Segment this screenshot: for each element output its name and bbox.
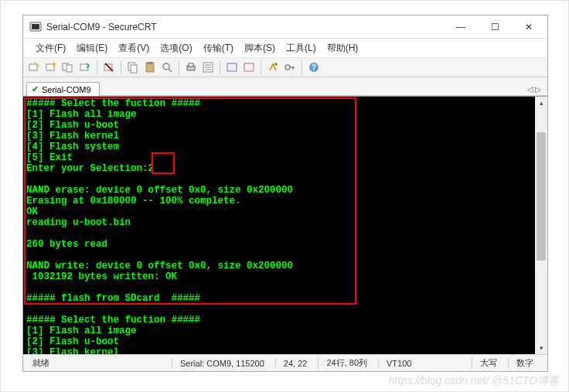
status-cursor: 24, 22 <box>275 359 315 368</box>
app-window: Serial-COM9 - SecureCRT — ☐ ✕ 文件(F) 编辑(E… <box>22 15 548 372</box>
toolbar-print-icon[interactable] <box>183 60 199 75</box>
menu-transfer[interactable]: 传输(T) <box>203 42 233 55</box>
toolbar-separator <box>121 60 121 74</box>
menu-help[interactable]: 帮助(H) <box>327 42 359 55</box>
close-button[interactable]: ✕ <box>512 16 546 38</box>
toolbar-disconnect-icon[interactable] <box>101 60 117 75</box>
svg-rect-2 <box>29 64 37 70</box>
scroll-thumb[interactable] <box>537 132 546 261</box>
menu-file[interactable]: 文件(F) <box>36 42 66 55</box>
svg-rect-6 <box>66 65 72 72</box>
menu-script[interactable]: 脚本(S) <box>244 42 275 55</box>
svg-text:?: ? <box>312 63 316 72</box>
connected-check-icon: ✔ <box>32 84 39 94</box>
toolbar-script-icon[interactable] <box>265 60 281 75</box>
toolbar-key-icon[interactable] <box>282 60 298 75</box>
toolbar-separator <box>179 60 179 74</box>
titlebar: Serial-COM9 - SecureCRT — ☐ ✕ <box>23 15 547 39</box>
status-num: 数字 <box>508 357 541 369</box>
toolbar: ? <box>23 57 547 77</box>
toolbar-options1-icon[interactable] <box>224 60 240 75</box>
svg-rect-23 <box>244 63 254 71</box>
svg-point-24 <box>274 63 278 66</box>
tab-scroll-right-icon[interactable]: ▷ <box>535 85 541 94</box>
window-title: Serial-COM9 - SecureCRT <box>46 22 444 32</box>
tab-session[interactable]: ✔ Serial-COM9 <box>26 82 100 96</box>
menubar: 文件(F) 编辑(E) 查看(V) 选项(O) 传输(T) 脚本(S) 工具(L… <box>23 39 547 57</box>
svg-rect-13 <box>148 62 152 64</box>
svg-rect-22 <box>227 63 237 71</box>
svg-rect-17 <box>189 63 193 66</box>
scroll-track[interactable] <box>535 109 547 342</box>
svg-rect-1 <box>32 24 39 29</box>
toolbar-help-icon[interactable]: ? <box>306 60 322 75</box>
menu-view[interactable]: 查看(V) <box>118 42 149 55</box>
toolbar-separator <box>97 60 97 74</box>
terminal-content: ##### Select the fuction ##### [1] Flash… <box>23 97 547 354</box>
status-ready: 就绪 <box>29 357 169 369</box>
toolbar-separator <box>302 60 302 74</box>
tab-nav: ◁ ▷ <box>527 85 544 95</box>
status-rowcol: 24行, 80列 <box>318 357 375 369</box>
status-caps: 大写 <box>472 357 505 369</box>
toolbar-reconnect-icon[interactable] <box>77 60 93 75</box>
toolbar-connect-icon[interactable] <box>43 60 59 75</box>
tab-label: Serial-COM9 <box>42 85 91 94</box>
status-bar: 就绪 Serial: COM9, 115200 24, 22 24行, 80列 … <box>23 354 547 371</box>
minimize-button[interactable]: — <box>444 16 478 38</box>
maximize-button[interactable]: ☐ <box>478 16 512 38</box>
svg-point-4 <box>53 63 56 66</box>
toolbar-options2-icon[interactable] <box>241 60 257 75</box>
terminal[interactable]: ##### Select the fuction ##### [1] Flash… <box>23 96 547 354</box>
status-emulation: VT100 <box>378 359 419 368</box>
scroll-up-icon[interactable]: ▴ <box>535 97 547 109</box>
scroll-down-icon[interactable]: ▾ <box>535 342 547 354</box>
toolbar-properties-icon[interactable] <box>200 60 216 75</box>
svg-rect-11 <box>131 65 137 73</box>
app-icon <box>29 21 42 33</box>
toolbar-session-icon[interactable] <box>60 60 76 75</box>
toolbar-separator <box>220 60 220 74</box>
status-serial: Serial: COM9, 115200 <box>172 359 272 368</box>
watermark-text: https://blog.csdn.net/ @51CTO博客 <box>389 374 559 388</box>
menu-tools[interactable]: 工具(L) <box>286 42 316 55</box>
menu-edit[interactable]: 编辑(E) <box>77 42 107 55</box>
toolbar-paste-icon[interactable] <box>142 60 158 75</box>
tab-bar: ✔ Serial-COM9 ◁ ▷ <box>23 77 547 96</box>
menu-options[interactable]: 选项(O) <box>160 42 192 55</box>
window-controls: — ☐ ✕ <box>444 16 546 38</box>
svg-line-15 <box>169 69 172 72</box>
svg-point-25 <box>285 65 290 70</box>
svg-point-14 <box>163 63 169 70</box>
tab-scroll-left-icon[interactable]: ◁ <box>527 85 533 94</box>
toolbar-find-icon[interactable] <box>159 60 175 75</box>
toolbar-separator <box>261 60 261 74</box>
vertical-scrollbar[interactable]: ▴ ▾ <box>535 97 547 354</box>
toolbar-quick-connect-icon[interactable] <box>26 60 42 75</box>
toolbar-copy-icon[interactable] <box>125 60 141 75</box>
